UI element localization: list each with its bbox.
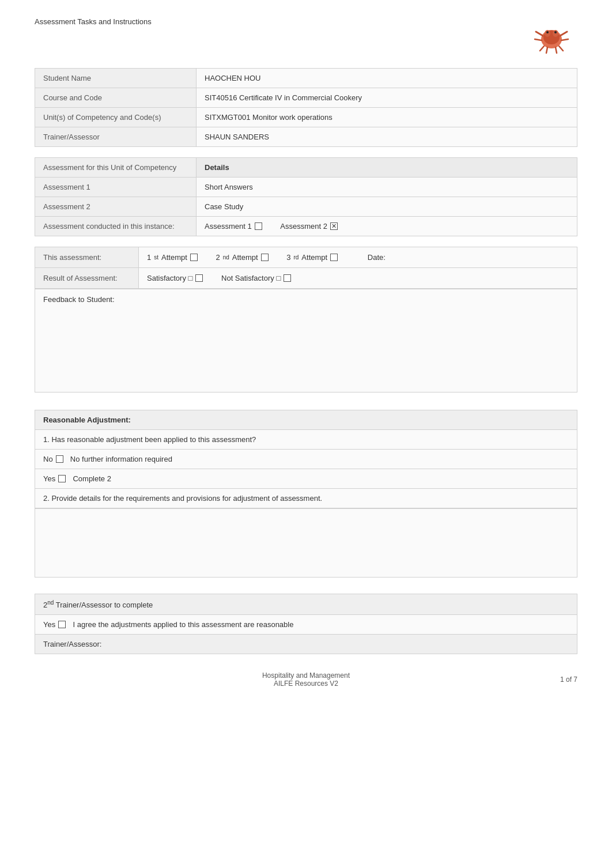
svg-line-13 <box>559 46 563 51</box>
ra-answer-box <box>35 508 577 578</box>
student-info-label-3: Trainer/Assessor <box>35 127 197 147</box>
student-info-label-2: Unit(s) of Competency and Code(s) <box>35 108 197 127</box>
svg-line-12 <box>556 47 557 53</box>
footer-center: Hospitality and Management AILFE Resourc… <box>104 671 508 688</box>
result-options: Satisfactory □ Not Satisfactory □ <box>139 268 577 289</box>
svg-line-7 <box>560 32 567 36</box>
svg-line-9 <box>561 39 568 40</box>
title-text: Assessment Tasks and Instructions <box>35 17 152 26</box>
assessment-2-checkbox-group: Assessment 2 <box>280 222 338 231</box>
trainer2-title-row: 2nd Trainer/Assessor to complete <box>35 594 577 615</box>
not-satisfactory-group: Not Satisfactory □ <box>221 274 291 282</box>
attempt-options: 1st Attempt 2nd Attempt 3rd Attempt Date… <box>139 247 577 268</box>
assessment-conducted-label: Assessment conducted in this instance: <box>35 217 197 236</box>
student-info-value-1: SIT40516 Certificate IV in Commercial Co… <box>197 88 577 108</box>
trainer2-agree-cell: Yes I agree the adjustments applied to t… <box>35 615 577 635</box>
student-info-table: Student Name HAOCHEN HOU Course and Code… <box>35 68 577 147</box>
svg-point-5 <box>554 31 557 33</box>
assessment-2-checkbox[interactable] <box>330 222 338 230</box>
result-row: Result of Assessment: Satisfactory □ Not… <box>35 268 577 289</box>
trainer2-agree-row: Yes I agree the adjustments applied to t… <box>35 615 577 635</box>
assessment-1-label: Assessment 1 <box>35 178 197 197</box>
ra-question2-row: 2. Provide details for the requirements … <box>35 489 577 508</box>
assessment-info-table: Assessment for this Unit of Competency D… <box>35 157 577 236</box>
trainer2-name-cell: Trainer/Assessor: <box>35 635 577 654</box>
result-assessment-label: Result of Assessment: <box>35 268 139 289</box>
ra-yes-checkbox[interactable] <box>58 475 66 482</box>
student-info-row-0: Student Name HAOCHEN HOU <box>35 69 577 88</box>
ra-no-answer: No No further information required <box>35 450 577 469</box>
assessment-conducted-row: Assessment conducted in this instance: A… <box>35 217 577 236</box>
student-info-row-2: Unit(s) of Competency and Code(s) SITXMG… <box>35 108 577 127</box>
svg-line-8 <box>535 39 542 40</box>
ra-no-group: No No further information required <box>43 455 172 463</box>
ra-yes-row: Yes Complete 2 <box>35 469 577 489</box>
brand-logo-icon <box>531 17 572 55</box>
not-satisfactory-label: Not Satisfactory □ <box>221 274 281 282</box>
attempt-1-checkbox[interactable] <box>190 254 198 261</box>
student-info-row-3: Trainer/Assessor SHAUN SANDERS <box>35 127 577 147</box>
assessment-detail-header: Details <box>197 158 577 178</box>
student-info-value-0: HAOCHEN HOU <box>197 69 577 88</box>
ra-no-checkbox[interactable] <box>56 455 63 463</box>
ra-question1-row: 1. Has reasonable adjustment been applie… <box>35 430 577 450</box>
svg-line-6 <box>536 32 543 36</box>
footer-line2: AILFE Resources V2 <box>104 680 508 688</box>
attempt-2-checkbox[interactable] <box>261 254 269 261</box>
trainer2-agree-group: Yes I agree the adjustments applied to t… <box>43 620 293 629</box>
feedback-block: Feedback to Student: <box>35 289 577 393</box>
attempt-1-group: 1st Attempt <box>147 253 198 262</box>
logo-area <box>531 17 577 58</box>
ra-title: Reasonable Adjustment: <box>35 410 577 430</box>
attempt-3-group: 3rd Attempt <box>286 253 338 262</box>
attempt-2-group: 2nd Attempt <box>216 253 268 262</box>
student-info-label-0: Student Name <box>35 69 197 88</box>
trainer2-agree-checkbox[interactable] <box>58 621 66 628</box>
footer-page: 1 of 7 <box>508 675 577 684</box>
trainer2-title-text: Trainer/Assessor to complete <box>56 601 153 609</box>
assessment-header-row: Assessment for this Unit of Competency D… <box>35 158 577 178</box>
not-satisfactory-checkbox[interactable] <box>284 274 291 282</box>
ra-title-row: Reasonable Adjustment: <box>35 410 577 430</box>
satisfactory-label: Satisfactory □ <box>147 274 192 282</box>
svg-line-10 <box>540 46 544 51</box>
assessment-1-value: Short Answers <box>197 178 577 197</box>
page-header: Assessment Tasks and Instructions <box>35 17 577 58</box>
satisfactory-group: Satisfactory □ <box>147 274 203 282</box>
assessment-2-row: Assessment 2 Case Study <box>35 197 577 217</box>
trainer-assessor-label: Trainer/Assessor: <box>43 640 101 648</box>
ra-yes-group: Yes Complete 2 <box>43 474 111 483</box>
satisfactory-checkbox[interactable] <box>195 274 203 282</box>
assessment-1-row: Assessment 1 Short Answers <box>35 178 577 197</box>
student-info-row-1: Course and Code SIT40516 Certificate IV … <box>35 88 577 108</box>
ra-question2: 2. Provide details for the requirements … <box>35 489 577 508</box>
page-title: Assessment Tasks and Instructions <box>35 17 152 26</box>
student-info-value-3: SHAUN SANDERS <box>197 127 577 147</box>
trainer2-title: 2nd Trainer/Assessor to complete <box>35 594 577 615</box>
page-footer: Hospitality and Management AILFE Resourc… <box>35 671 577 688</box>
assessment-2-label: Assessment 2 <box>35 197 197 217</box>
attempt-row: This assessment: 1st Attempt 2nd Attempt… <box>35 247 577 268</box>
trainer2-table: 2nd Trainer/Assessor to complete Yes I a… <box>35 594 577 654</box>
svg-line-11 <box>546 47 547 53</box>
this-assessment-label: This assessment: <box>35 247 139 268</box>
assessment-2-value: Case Study <box>197 197 577 217</box>
reasonable-adjustment-table: Reasonable Adjustment: 1. Has reasonable… <box>35 410 577 508</box>
attempt-result-table: This assessment: 1st Attempt 2nd Attempt… <box>35 247 577 289</box>
ra-yes-answer: Yes Complete 2 <box>35 469 577 489</box>
trainer2-name-row: Trainer/Assessor: <box>35 635 577 654</box>
footer-line1: Hospitality and Management <box>104 671 508 680</box>
feedback-label: Feedback to Student: <box>43 295 569 304</box>
assessment-1-checkbox-group: Assessment 1 <box>205 222 262 231</box>
attempt-3-checkbox[interactable] <box>330 254 338 261</box>
student-info-value-2: SITXMGT001 Monitor work operations <box>197 108 577 127</box>
date-label: Date: <box>368 253 386 262</box>
ra-question1: 1. Has reasonable adjustment been applie… <box>35 430 577 450</box>
assessment-unit-label: Assessment for this Unit of Competency <box>35 158 197 178</box>
ra-no-row: No No further information required <box>35 450 577 469</box>
assessment-1-checkbox[interactable] <box>255 222 262 230</box>
svg-point-4 <box>546 31 549 33</box>
student-info-label-1: Course and Code <box>35 88 197 108</box>
assessment-conducted-value: Assessment 1 Assessment 2 <box>197 217 577 236</box>
